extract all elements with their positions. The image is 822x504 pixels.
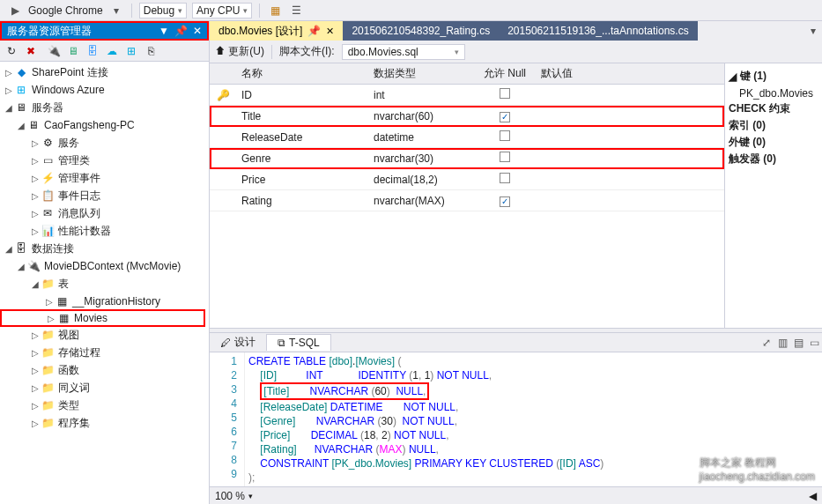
- tree-item-funcs[interactable]: ▷📁函数: [0, 361, 209, 379]
- stop-icon[interactable]: ✖: [23, 43, 39, 59]
- pin-icon[interactable]: 📌: [174, 25, 188, 37]
- scroll-left-icon[interactable]: ◀: [809, 490, 817, 502]
- tree-item-tables[interactable]: ◢📁表: [0, 275, 209, 293]
- tab-tsql[interactable]: ⧉ T-SQL: [266, 334, 331, 351]
- connect-icon[interactable]: 🔌: [46, 43, 62, 59]
- table-row[interactable]: Pricedecimal(18,2): [210, 169, 724, 190]
- win-icon[interactable]: ⊞: [123, 43, 139, 59]
- close-icon[interactable]: ✕: [193, 25, 202, 37]
- chevron-down-icon[interactable]: ▾: [248, 492, 253, 500]
- table-row[interactable]: Titlenvarchar(60): [210, 106, 724, 127]
- tree-item-migration[interactable]: ▷▦__MigrationHistory: [0, 293, 209, 310]
- dropdown-icon[interactable]: ▼: [159, 25, 169, 37]
- tree-item-eventlog[interactable]: ▷📋事件日志: [0, 187, 209, 204]
- tree-item-azure[interactable]: ▷⊞Windows Azure: [0, 81, 209, 99]
- table-row[interactable]: Ratingnvarchar(MAX): [210, 190, 724, 211]
- cell-name[interactable]: Title: [236, 110, 368, 122]
- cell-null[interactable]: [474, 110, 536, 122]
- header-type[interactable]: 数据类型: [368, 66, 474, 81]
- fk-header[interactable]: 外键 (0): [729, 135, 818, 150]
- cell-type[interactable]: datetime: [368, 131, 474, 144]
- db-icon[interactable]: 🗄: [85, 43, 100, 59]
- refresh-icon[interactable]: ↻: [4, 43, 19, 59]
- server-explorer-tree[interactable]: ▷◆SharePoint 连接 ▷⊞Windows Azure ◢🖥服务器 ◢🖥…: [0, 62, 209, 504]
- cell-name[interactable]: Genre: [236, 152, 368, 165]
- panel-title-bar[interactable]: 服务器资源管理器 ▼ 📌 ✕: [0, 21, 209, 41]
- tree-item-views[interactable]: ▷📁视图: [0, 326, 209, 344]
- tree-item-synonyms[interactable]: ▷📁同义词: [0, 379, 209, 397]
- tree-item-movies[interactable]: ▷▦Movies: [0, 309, 205, 327]
- index-header[interactable]: 索引 (0): [729, 118, 818, 133]
- checkbox[interactable]: [500, 112, 510, 122]
- checkbox[interactable]: [500, 88, 510, 99]
- tab-design[interactable]: 🖊 设计: [210, 333, 266, 352]
- toolbar-icon[interactable]: ▦: [267, 3, 283, 19]
- tree-item-msgq[interactable]: ▷✉消息队列: [0, 204, 209, 222]
- tree-item-services[interactable]: ▷⚙服务: [0, 134, 209, 152]
- keys-header[interactable]: ◢ 键 (1): [729, 69, 818, 84]
- cell-name[interactable]: ID: [236, 89, 368, 101]
- server-icon[interactable]: 🖥: [65, 43, 81, 59]
- cell-type[interactable]: nvarchar(MAX): [368, 195, 474, 207]
- tree-item-events[interactable]: ▷⚡管理事件: [0, 169, 209, 187]
- cell-name[interactable]: Rating: [236, 195, 368, 207]
- cell-type[interactable]: nvarchar(30): [368, 152, 474, 165]
- table-row[interactable]: ReleaseDatedatetime: [210, 127, 724, 148]
- header-null[interactable]: 允许 Null: [474, 66, 536, 81]
- browser-dropdown[interactable]: Google Chrome: [28, 4, 103, 17]
- check-header[interactable]: CHECK 约束: [729, 101, 818, 116]
- update-button[interactable]: 🡅 更新(U): [215, 44, 264, 59]
- cell-null[interactable]: [474, 130, 536, 144]
- tree-item-db[interactable]: ◢🔌MovieDBContext (MvcMovie): [0, 257, 209, 275]
- sql-code[interactable]: CREATE TABLE [dbo].[Movies] ( [ID] INT I…: [245, 352, 822, 486]
- azure-icon[interactable]: ☁: [104, 43, 120, 59]
- tree-item-pc[interactable]: ◢🖥CaoFangsheng-PC: [0, 116, 209, 134]
- checkbox[interactable]: [500, 130, 510, 141]
- tree-item-dataconn[interactable]: ◢🗄数据连接: [0, 240, 209, 257]
- toolbar-icon[interactable]: ☰: [288, 3, 304, 19]
- config-dropdown[interactable]: Debug▾: [139, 3, 187, 19]
- zoom-level[interactable]: 100 %: [215, 490, 245, 502]
- checkbox[interactable]: [500, 196, 510, 207]
- cell-type[interactable]: nvarchar(60): [368, 110, 474, 122]
- tab-annotations[interactable]: 201506211519136_...taAnnotations.cs: [499, 21, 698, 41]
- cell-type[interactable]: decimal(18,2): [368, 174, 474, 186]
- cell-null[interactable]: [474, 173, 536, 186]
- trigger-header[interactable]: 触发器 (0): [729, 152, 818, 167]
- platform-dropdown[interactable]: Any CPU▾: [192, 3, 252, 19]
- tab-active[interactable]: dbo.Movies [设计] 📌 ✕: [210, 21, 343, 41]
- run-icon[interactable]: ▶: [7, 3, 23, 19]
- tree-item-assemblies[interactable]: ▷📁程序集: [0, 414, 209, 432]
- header-name[interactable]: 名称: [236, 66, 368, 81]
- cell-type[interactable]: int: [368, 89, 474, 101]
- close-icon[interactable]: ✕: [326, 26, 334, 37]
- tree-item-perf[interactable]: ▷📊性能计数器: [0, 222, 209, 240]
- tab-rating[interactable]: 201506210548392_Rating.cs: [343, 21, 499, 41]
- checkbox[interactable]: [500, 173, 510, 183]
- header-default[interactable]: 默认值: [536, 66, 724, 81]
- pin-icon[interactable]: 📌: [307, 25, 321, 37]
- collapse-icon[interactable]: ▭: [806, 337, 822, 349]
- expand-icon[interactable]: ⤢: [759, 337, 774, 349]
- script-file-dropdown[interactable]: dbo.Movies.sql ▾: [342, 44, 465, 60]
- cell-null[interactable]: [474, 152, 536, 165]
- tree-item-types[interactable]: ▷📁类型: [0, 397, 209, 414]
- tree-item-sharepoint[interactable]: ▷◆SharePoint 连接: [0, 63, 209, 81]
- tree-item-sprocs[interactable]: ▷📁存储过程: [0, 344, 209, 361]
- cell-null[interactable]: [474, 88, 536, 101]
- chevron-down-icon[interactable]: ▾: [108, 3, 124, 19]
- checkbox[interactable]: [500, 152, 510, 162]
- cell-name[interactable]: ReleaseDate: [236, 131, 368, 144]
- sql-editor[interactable]: 123456789 CREATE TABLE [dbo].[Movies] ( …: [210, 352, 822, 486]
- table-row[interactable]: 🔑IDint: [210, 85, 724, 106]
- split-h-icon[interactable]: ▥: [774, 337, 790, 349]
- table-row[interactable]: Genrenvarchar(30): [210, 148, 724, 169]
- share-icon[interactable]: ⎘: [143, 43, 159, 59]
- cell-name[interactable]: Price: [236, 174, 368, 186]
- pk-item[interactable]: PK_dbo.Movies: [729, 85, 818, 101]
- cell-null[interactable]: [474, 195, 536, 207]
- tree-item-servers[interactable]: ◢🖥服务器: [0, 99, 209, 116]
- tabs-dropdown-icon[interactable]: ▾: [804, 21, 822, 41]
- split-v-icon[interactable]: ▤: [790, 337, 806, 349]
- tree-item-mgmt[interactable]: ▷▭管理类: [0, 152, 209, 169]
